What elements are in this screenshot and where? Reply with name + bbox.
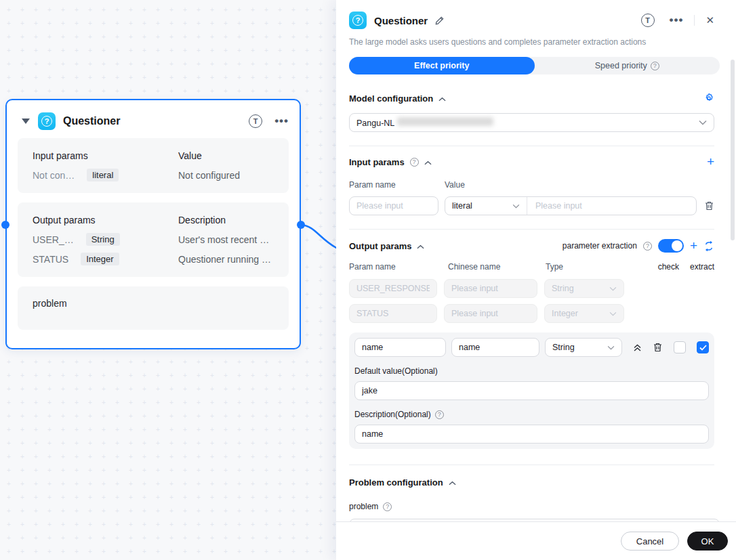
panel-subtitle: The large model asks users questions and… xyxy=(349,37,714,47)
param-value: Not configured xyxy=(178,170,274,181)
param-type-tag: Integer xyxy=(81,253,119,265)
tab-effect-priority[interactable]: Effect priority xyxy=(349,57,535,74)
param-name: STATUS xyxy=(33,254,68,265)
section-divider xyxy=(349,146,714,146)
parameter-extraction-label: parameter extraction xyxy=(563,241,637,251)
add-input-param-icon[interactable]: + xyxy=(707,157,714,167)
node-output-col-header: Output params xyxy=(33,211,178,230)
chinese-name-input-wrap xyxy=(444,279,537,298)
type-select: Integer xyxy=(544,304,624,323)
col-param-name: Param name xyxy=(349,180,445,190)
description-input-wrap xyxy=(354,425,709,444)
test-run-icon[interactable]: T xyxy=(249,114,262,128)
chevron-down-icon xyxy=(699,120,707,125)
model-select[interactable]: Pangu-NL xyxy=(349,113,714,132)
delete-row-trash-icon[interactable] xyxy=(704,200,714,211)
value-type-select[interactable]: literal xyxy=(445,197,527,215)
param-description: User's most recent … xyxy=(178,234,274,245)
flow-canvas[interactable]: ++++++++++++++++++++++++++++++++++++++++… xyxy=(0,0,336,560)
param-name-input-wrap xyxy=(349,196,438,215)
extract-checkbox[interactable] xyxy=(697,341,709,353)
collapse-row-icon[interactable] xyxy=(633,343,642,352)
chevron-up-icon[interactable] xyxy=(424,156,432,168)
cancel-button[interactable]: Cancel xyxy=(621,532,679,551)
chevron-down-icon xyxy=(609,286,617,291)
output-param-row-disabled: Integer xyxy=(349,304,714,323)
output-port[interactable] xyxy=(297,221,305,229)
col-param-name: Param name xyxy=(349,262,448,272)
close-icon[interactable]: ✕ xyxy=(706,14,714,26)
problem-field-label: problem ? xyxy=(349,502,714,511)
param-type-tag: String xyxy=(86,233,120,246)
edit-title-icon[interactable] xyxy=(434,16,445,26)
chevron-up-icon[interactable] xyxy=(417,240,424,252)
value-type: literal xyxy=(452,201,472,211)
output-param-editor: String Default value(Optional) xyxy=(349,332,714,449)
panel-title: Questioner xyxy=(374,15,428,26)
node-input-row: Not con… literal Not configured xyxy=(33,165,274,185)
section-divider xyxy=(349,465,714,465)
param-name-input xyxy=(356,284,430,293)
input-port[interactable] xyxy=(1,221,9,229)
model-select-value: Pangu-NL xyxy=(356,117,699,128)
chevron-down-icon xyxy=(512,204,520,209)
help-icon: ? xyxy=(383,502,392,511)
value-input[interactable] xyxy=(527,201,696,211)
priority-tabs: Effect priority Speed priority ? xyxy=(349,57,720,74)
scrollbar-thumb[interactable] xyxy=(731,60,735,240)
problem-label: problem xyxy=(33,298,67,309)
more-menu-icon[interactable]: ••• xyxy=(274,118,289,125)
node-problem-section: problem xyxy=(18,286,289,330)
type-select: String xyxy=(544,279,624,298)
node-input-col-header: Input params xyxy=(33,146,178,165)
type-value: Integer xyxy=(552,309,609,318)
node-value-col-header: Value xyxy=(178,146,274,165)
collapse-triangle-icon[interactable] xyxy=(22,119,30,124)
node-input-section: Input params Value Not con… literal Not … xyxy=(18,138,289,193)
delete-row-trash-icon[interactable] xyxy=(653,342,663,353)
chevron-up-icon[interactable] xyxy=(438,92,446,104)
help-icon: ? xyxy=(651,62,659,70)
default-value-label: Default value(Optional) xyxy=(354,366,709,376)
type-select[interactable]: String xyxy=(545,338,622,357)
node-output-row: STATUS Integer Questioner running … xyxy=(33,249,274,269)
panel-scroll-area[interactable]: ? Questioner T ••• ✕ The large model ask… xyxy=(336,0,736,521)
chinese-name-input-wrap xyxy=(451,338,539,357)
col-chinese-name: Chinese name xyxy=(448,262,546,272)
tab-speed-priority[interactable]: Speed priority ? xyxy=(535,57,720,74)
check-checkbox[interactable] xyxy=(674,341,686,353)
panel-footer: Cancel OK xyxy=(336,521,736,560)
test-run-icon[interactable]: T xyxy=(641,14,655,27)
description-input[interactable] xyxy=(362,429,701,439)
tab-label: Speed priority xyxy=(595,61,647,70)
chinese-name-input xyxy=(451,309,530,318)
questioner-icon: ? xyxy=(349,12,367,29)
model-settings-gear-icon[interactable] xyxy=(703,93,714,104)
type-value: String xyxy=(552,284,609,293)
refresh-loop-icon[interactable] xyxy=(703,241,714,251)
output-params-column-labels: Param name Chinese name Type check extra… xyxy=(349,262,714,272)
section-title: Input params xyxy=(349,157,405,167)
add-output-param-icon[interactable]: + xyxy=(690,241,697,251)
chevron-up-icon[interactable] xyxy=(449,476,456,488)
node-title: Questioner xyxy=(63,115,249,127)
questioner-node[interactable]: ? Questioner T ••• Input params Value No… xyxy=(5,99,301,349)
output-param-row-disabled: String xyxy=(349,279,714,298)
ok-button[interactable]: OK xyxy=(687,532,728,551)
param-name: Not con… xyxy=(33,170,75,181)
help-icon: ? xyxy=(643,242,652,251)
config-panel: ? Questioner T ••• ✕ The large model ask… xyxy=(336,0,736,560)
input-params-header: Input params ? + xyxy=(349,156,714,168)
more-menu-icon[interactable]: ••• xyxy=(670,17,684,24)
chevron-down-icon xyxy=(609,311,617,316)
param-name-input[interactable] xyxy=(362,343,438,352)
chinese-name-input[interactable] xyxy=(459,343,532,352)
col-extract: extract xyxy=(690,262,714,272)
output-params-header: Output params parameter extraction ? + xyxy=(349,239,714,253)
default-value-input[interactable] xyxy=(362,386,701,395)
param-name-input[interactable] xyxy=(356,201,431,211)
input-param-row: literal xyxy=(349,196,714,215)
parameter-extraction-toggle[interactable] xyxy=(658,239,684,253)
help-icon: ? xyxy=(410,158,419,167)
param-name-input-wrap xyxy=(349,279,437,298)
